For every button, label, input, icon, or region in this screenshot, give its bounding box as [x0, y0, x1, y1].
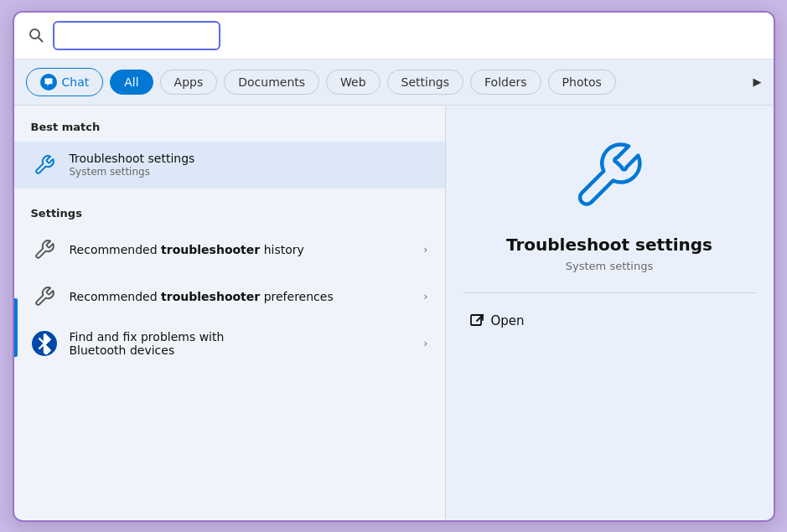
tab-chat-label: Chat: [62, 75, 90, 89]
settings-result-text-2: Recommended troubleshooter preferences: [70, 290, 412, 303]
tab-documents-label: Documents: [238, 75, 305, 89]
tab-chat[interactable]: Chat: [26, 68, 104, 96]
main-content: Best match Troubleshoot settings System …: [14, 106, 774, 520]
tab-all-label: All: [124, 75, 138, 89]
search-bar: troubleshooter: [14, 13, 774, 59]
tab-apps-label: Apps: [174, 75, 204, 89]
best-match-label: Best match: [14, 121, 445, 142]
bluetooth-icon: [31, 330, 58, 357]
chevron-right-icon-1: ›: [423, 243, 427, 256]
settings-section-label: Settings: [14, 195, 445, 226]
detail-subtitle: System settings: [566, 260, 653, 272]
tab-folders-label: Folders: [484, 75, 527, 89]
tab-photos[interactable]: Photos: [548, 70, 616, 95]
best-match-title: Troubleshoot settings: [70, 152, 428, 165]
settings-result-2[interactable]: Recommended troubleshooter preferences ›: [14, 273, 445, 320]
search-input[interactable]: troubleshooter: [53, 21, 220, 50]
svg-line-1: [39, 38, 43, 42]
chat-icon: [40, 74, 57, 90]
troubleshoot-settings-icon: [31, 152, 58, 178]
detail-title: Troubleshoot settings: [506, 235, 712, 255]
svg-rect-5: [471, 315, 481, 325]
detail-icon: [572, 139, 647, 218]
selection-accent: [14, 298, 18, 357]
svg-line-6: [477, 315, 483, 321]
tab-all[interactable]: All: [110, 70, 153, 95]
open-button[interactable]: Open: [463, 310, 531, 332]
best-match-subtitle: System settings: [70, 166, 428, 178]
open-external-icon: [469, 313, 484, 328]
wrench-icon-1: [31, 236, 58, 263]
more-tabs-button[interactable]: ▶: [753, 75, 762, 88]
tab-settings-label: Settings: [401, 75, 449, 89]
settings-result-3[interactable]: Find and fix problems withBluetooth devi…: [14, 320, 445, 367]
settings-result-1[interactable]: Recommended troubleshooter history ›: [14, 226, 445, 273]
open-label: Open: [491, 313, 525, 328]
detail-panel: Troubleshoot settings System settings Op…: [446, 106, 774, 520]
svg-point-0: [30, 29, 39, 39]
settings-result-text-1: Recommended troubleshooter history: [70, 243, 412, 256]
detail-divider: [463, 292, 757, 293]
chevron-right-icon-3: ›: [423, 337, 427, 349]
tab-photos-label: Photos: [562, 75, 602, 89]
best-match-text: Troubleshoot settings System settings: [70, 152, 428, 178]
tab-web-label: Web: [340, 75, 366, 89]
tab-documents[interactable]: Documents: [224, 70, 319, 95]
tab-apps[interactable]: Apps: [160, 70, 218, 95]
best-match-item[interactable]: Troubleshoot settings System settings: [14, 142, 445, 189]
tab-folders[interactable]: Folders: [470, 70, 541, 95]
search-icon: [28, 27, 44, 44]
left-panel: Best match Troubleshoot settings System …: [14, 106, 446, 520]
settings-result-title-1: Recommended troubleshooter history: [70, 243, 412, 256]
filter-bar: Chat All Apps Documents Web Settings Fol…: [14, 59, 774, 106]
search-window: troubleshooter Chat All Apps Documents W…: [13, 11, 775, 522]
settings-result-text-3: Find and fix problems withBluetooth devi…: [70, 330, 412, 357]
wrench-icon-2: [31, 283, 58, 310]
tab-settings[interactable]: Settings: [387, 70, 463, 95]
tab-web[interactable]: Web: [326, 70, 381, 95]
settings-result-title-3: Find and fix problems withBluetooth devi…: [70, 330, 412, 357]
chevron-right-icon-2: ›: [423, 290, 427, 302]
settings-result-title-2: Recommended troubleshooter preferences: [70, 290, 412, 303]
